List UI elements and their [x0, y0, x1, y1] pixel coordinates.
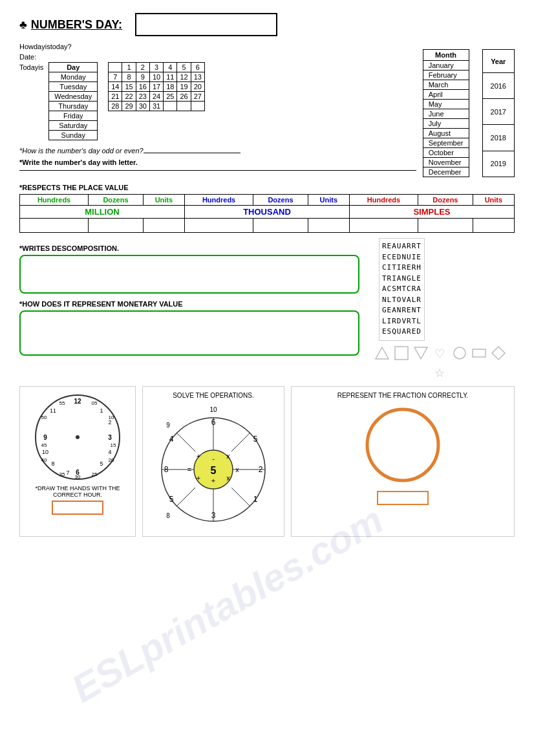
- ws-row-7: GEANRENT: [382, 305, 422, 316]
- pv-cell: [184, 219, 253, 233]
- pv-cell: [89, 219, 144, 233]
- svg-text:10: 10: [42, 449, 48, 455]
- decomp-input-box[interactable]: [19, 255, 359, 294]
- svg-text:15: 15: [111, 442, 116, 448]
- circle-shape: [453, 346, 467, 360]
- pv-red-h2: Dozens: [418, 195, 473, 206]
- place-value-table: Hundreds Dozens Units Hundreds Dozens Un…: [19, 194, 515, 233]
- monetary-title: *HOW DOES IT REPRESENT MONETARY VALUE: [19, 300, 359, 308]
- svg-text:x: x: [235, 466, 239, 473]
- svg-text:3: 3: [211, 511, 216, 520]
- pv-cell: [308, 219, 349, 233]
- month-header: Month: [423, 50, 469, 61]
- todayis-row: Todayis Day Monday Tuesday Wednesday Thu…: [19, 62, 416, 140]
- day-table: Day Monday Tuesday Wednesday Thursday Fr…: [48, 62, 98, 140]
- year-2019: 2019: [482, 151, 514, 177]
- svg-text:x: x: [226, 474, 230, 482]
- year-header: Year: [482, 50, 514, 73]
- pv-cell: [20, 219, 89, 233]
- decomp-wordsearch-row: *WRITES DESCOMPOSITION. *HOW DOES IT REP…: [19, 238, 515, 380]
- page-title: NUMBER'S DAY:: [31, 18, 122, 32]
- pv-blue-h1: Hundreds: [184, 195, 253, 206]
- ws-row-6: NLTOVALR: [382, 295, 422, 306]
- svg-text:☆: ☆: [434, 367, 445, 380]
- month-june: June: [423, 109, 469, 119]
- svg-marker-6: [492, 347, 505, 360]
- svg-text:8: 8: [164, 465, 169, 474]
- svg-text:6: 6: [211, 418, 216, 427]
- svg-text:5: 5: [211, 465, 217, 476]
- star-shape: ☆: [433, 365, 447, 380]
- down-triangle-shape: [414, 346, 428, 360]
- right-tables: Month January February March April May J…: [423, 49, 515, 177]
- year-2016: 2016: [482, 73, 514, 99]
- pv-green-h3: Units: [143, 195, 184, 206]
- svg-text:40: 40: [41, 457, 47, 463]
- svg-text:50: 50: [41, 415, 47, 420]
- svg-text:55: 55: [59, 400, 65, 406]
- shapes-section: ♡ ☆: [366, 346, 515, 380]
- day-saturday: Saturday: [49, 121, 98, 131]
- svg-marker-2: [414, 347, 427, 359]
- svg-point-63: [367, 409, 438, 481]
- wordsearch-section: REAUARRT ECEDNUIE CITIRERH TRIANGLE ACSM…: [366, 238, 515, 380]
- svg-text:5: 5: [253, 435, 258, 444]
- odd-even-question: *How is the number's day odd or even?: [19, 147, 416, 155]
- pv-green-h2: Dozens: [89, 195, 144, 206]
- svg-text:-: -: [212, 455, 215, 462]
- day-friday: Friday: [49, 111, 98, 121]
- svg-marker-0: [376, 347, 389, 359]
- svg-text:20: 20: [109, 457, 114, 463]
- svg-text:8: 8: [51, 460, 54, 467]
- month-september: September: [423, 138, 469, 148]
- pv-cell: [349, 219, 418, 233]
- month-july: July: [423, 119, 469, 129]
- fraction-title: REPRESENT THE FRACTION CORRECTLY.: [297, 392, 509, 399]
- rect-shape: [472, 346, 486, 360]
- svg-text:45: 45: [41, 442, 47, 448]
- month-january: January: [423, 61, 469, 70]
- questions-section: *How is the number's day odd or even? *W…: [19, 147, 416, 171]
- square-shape: [394, 346, 409, 360]
- svg-text:+: +: [211, 477, 215, 484]
- day-tuesday: Tuesday: [49, 82, 98, 92]
- month-october: October: [423, 148, 469, 158]
- svg-text:10: 10: [109, 415, 114, 420]
- fraction-section: REPRESENT THE FRACTION CORRECTLY.: [291, 386, 515, 537]
- ws-row-4: TRIANGLE: [382, 274, 422, 285]
- pv-million-label: MILLION: [20, 206, 185, 219]
- day-thursday: Thursday: [49, 102, 98, 111]
- place-value-title: *RESPECTS THE PLACE VALUE: [19, 184, 515, 191]
- monetary-section: *HOW DOES IT REPRESENT MONETARY VALUE: [19, 300, 359, 356]
- day-col-header: Day: [49, 63, 98, 72]
- pv-thousand-label: THOUSAND: [184, 206, 349, 219]
- svg-text:30: 30: [75, 474, 81, 480]
- year-2018: 2018: [482, 125, 514, 151]
- top-section: Howdayistoday? Date: Todayis Day Monday …: [19, 43, 515, 177]
- left-section: Howdayistoday? Date: Todayis Day Monday …: [19, 43, 416, 177]
- header-section: ♣ NUMBER'S DAY:: [19, 13, 515, 36]
- svg-text:5: 5: [100, 460, 103, 467]
- hour-input-box[interactable]: [52, 501, 103, 515]
- svg-text:8: 8: [166, 512, 170, 519]
- decomp-title: *WRITES DESCOMPOSITION.: [19, 244, 359, 252]
- svg-text:=: =: [187, 466, 191, 473]
- fraction-input-box[interactable]: [377, 491, 429, 505]
- month-march: March: [423, 80, 469, 90]
- decomp-section: *WRITES DESCOMPOSITION. *HOW DOES IT REP…: [19, 238, 359, 380]
- fraction-circle: [361, 403, 445, 487]
- title-input-box[interactable]: [135, 13, 277, 36]
- svg-rect-5: [473, 349, 486, 357]
- operations-wheel: 5 - + = x + x x + 6 5: [155, 402, 272, 531]
- svg-text:4: 4: [169, 435, 174, 444]
- club-icon: ♣: [19, 18, 27, 32]
- svg-text:+: +: [197, 474, 200, 482]
- pv-cell: [143, 219, 184, 233]
- monetary-input-box[interactable]: [19, 310, 359, 356]
- pv-red-h1: Hundreds: [349, 195, 418, 206]
- svg-text:4: 4: [108, 449, 111, 455]
- pv-blue-h3: Units: [308, 195, 349, 206]
- svg-rect-1: [395, 347, 408, 360]
- svg-text:2: 2: [259, 465, 263, 474]
- day-wednesday: Wednesday: [49, 92, 98, 102]
